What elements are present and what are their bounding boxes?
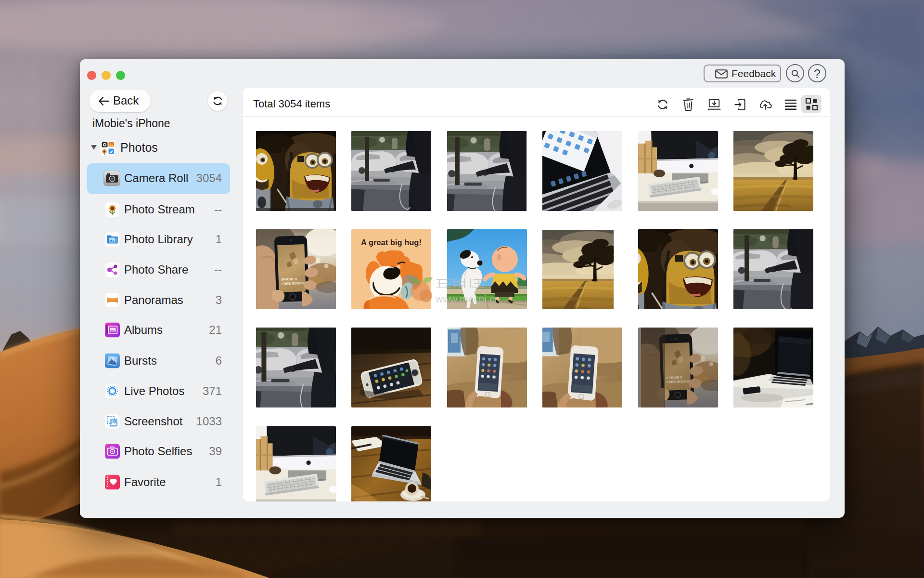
- svg-text:www.macpi.cn: www.macpi.cn: [435, 293, 500, 304]
